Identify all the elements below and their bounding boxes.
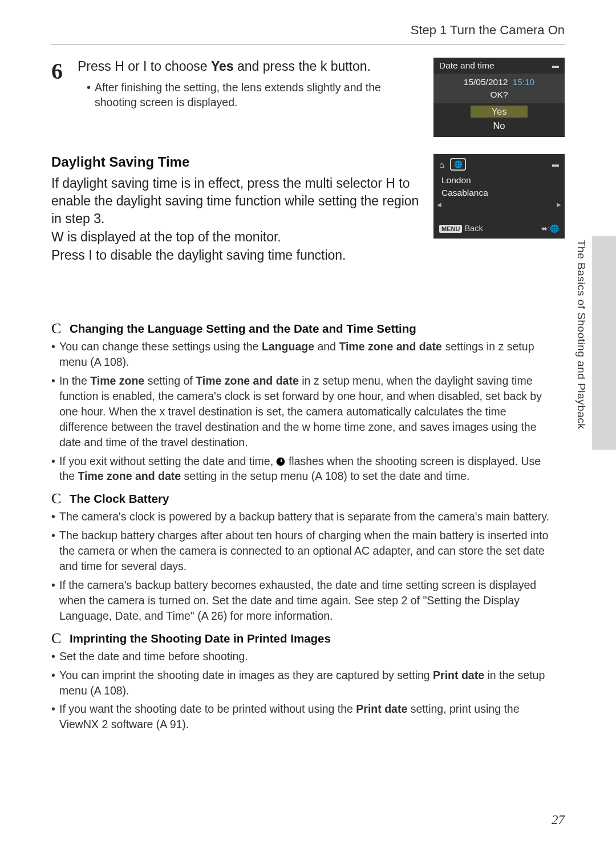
screen-ok: OK? [433,88,565,101]
note-heading-imprint: C Imprinting the Shooting Date in Printe… [51,632,553,645]
battery-icon: ▬ [552,62,559,70]
step-instruction: Press H or I to choose Yes and press the… [78,58,419,75]
clock-icon [276,457,285,466]
note-a-bullet-3: If you exit without setting the date and… [51,454,553,484]
note-heading-language: C Changing the Language Setting and the … [51,322,553,336]
note-a-bullet-1: You can change these settings using the … [51,339,553,370]
arrow-right-icon: ▶ [557,201,561,208]
battery-icon: ▬ [552,160,559,168]
dst-globe-icon: 🌐 [450,158,466,171]
note-heading-clock-battery: C The Clock Battery [51,492,553,506]
note-b-bullet-2: The backup battery charges after about t… [51,528,553,574]
page-number: 27 [552,813,565,827]
note-c-bullet-3: If you want the shooting date to be prin… [51,701,553,732]
note-icon: C [51,320,61,337]
step-text-a: Press H or I to choose [78,59,211,74]
note-title-c: Imprinting the Shooting Date in Printed … [70,632,331,645]
selector-icon: ⬌:🌐 [541,224,559,233]
camera-screen-datetime: Date and time ▬ 15/05/201215:10 OK? Yes … [433,58,565,137]
page-header: Step 1 Turn the Camera On [51,23,565,38]
note-b-bullet-1: The camera's clock is powered by a backu… [51,509,553,524]
timezone-city-1: London [433,174,565,187]
menu-badge: MENU [439,225,462,233]
note-c-bullet-1: Set the date and time before shooting. [51,649,553,664]
camera-screen-timezone: ⌂ 🌐 ▬ London Casablanca ◀ ▶ MENU Back ⬌:… [433,154,565,239]
screen-title: Date and time [439,60,495,71]
step-bullet: After finishing the setting, the lens ex… [87,80,419,110]
screen-no-option: No [433,119,565,132]
screen-time: 15:10 [512,77,534,87]
note-c-bullet-2: You can imprint the shooting date in ima… [51,668,553,698]
back-label: Back [464,224,483,233]
note-title-b: The Clock Battery [70,492,169,505]
note-a-bullet-2: In the Time zone setting of Time zone an… [51,373,553,450]
arrow-left-icon: ◀ [437,201,441,208]
header-divider [51,45,565,45]
screen-yes-option: Yes [471,106,528,118]
dst-p1: If daylight saving time is in effect, pr… [51,175,419,228]
note-b-bullet-3: If the camera's backup battery becomes e… [51,578,553,624]
step-6-row: 6 Press H or I to choose Yes and press t… [51,58,565,137]
note-title-a: Changing the Language Setting and the Da… [70,322,416,335]
dst-heading: Daylight Saving Time [51,154,419,170]
dst-row: Daylight Saving Time If daylight saving … [51,154,565,265]
dst-p3: Press I to disable the daylight saving t… [51,247,419,264]
note-icon: C [51,630,61,647]
home-icon: ⌂ [439,160,444,169]
step-text-bold: Yes [211,59,234,74]
screen-date: 15/05/2012 [464,77,508,87]
dst-p2: W is displayed at the top of the monitor… [51,228,419,246]
step-number: 6 [51,60,63,83]
timezone-city-2: Casablanca [433,187,565,199]
note-icon: C [51,490,61,507]
step-text-b: and press the k button. [234,59,371,74]
